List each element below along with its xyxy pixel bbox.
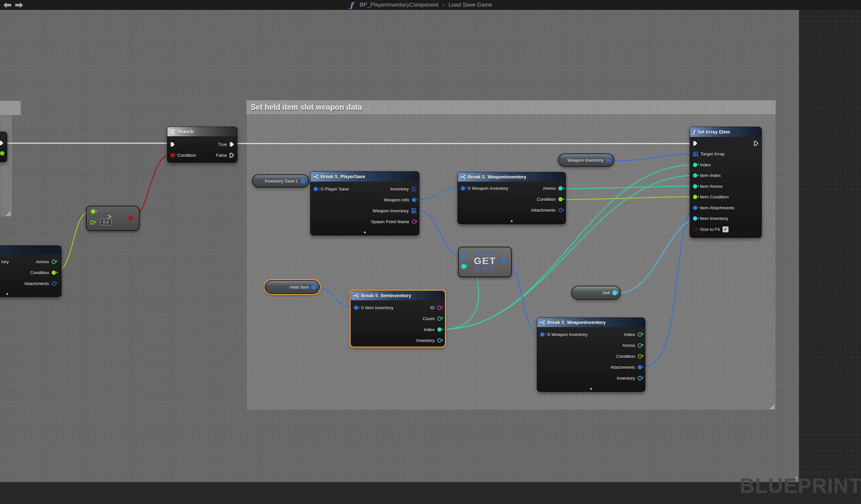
float-b-pin[interactable] xyxy=(90,220,95,224)
comment-header[interactable]: Set held item slot weapon data xyxy=(246,100,776,114)
struct-in-pin[interactable] xyxy=(314,187,318,191)
ammo-pin[interactable] xyxy=(558,186,563,190)
pin-label: S Weapon Inventory xyxy=(547,332,587,337)
size-to-fit-pin[interactable] xyxy=(693,227,697,231)
collapse-arrow-icon[interactable]: ▲ xyxy=(311,230,419,234)
condition-pin[interactable] xyxy=(170,153,175,158)
array-out-pin[interactable] xyxy=(606,158,611,163)
count-pin[interactable] xyxy=(437,316,441,321)
variable-inventory-save[interactable]: Inventory Save L xyxy=(252,174,309,188)
size-to-fit-checkbox[interactable]: ✓ xyxy=(722,226,729,232)
clipped-node-top-left[interactable] xyxy=(0,132,7,162)
array-get-node[interactable]: GET xyxy=(458,247,512,277)
function-icon: ƒ xyxy=(350,1,353,9)
chevron-right-icon: › xyxy=(442,1,445,9)
ammo-pin[interactable] xyxy=(52,260,56,264)
exec-pin[interactable] xyxy=(0,140,4,146)
variable-label: Weapon Inventory xyxy=(567,158,603,163)
pin-label: S Item Inventory xyxy=(361,305,393,310)
break-player-save-node[interactable]: Break S_PlayerSave S Player Save Invento… xyxy=(310,171,420,235)
node-title: Break S_ItemInventory xyxy=(361,293,411,298)
condition-pin[interactable] xyxy=(52,271,56,275)
array-in-pin[interactable] xyxy=(461,254,466,259)
pin-label: Weapon Inventory xyxy=(372,208,409,213)
break-struct-icon xyxy=(461,175,465,179)
break-struct-icon xyxy=(313,174,318,179)
breadcrumb-parent[interactable]: BP_PlayerInventoryComponent xyxy=(359,2,438,8)
index-pin[interactable] xyxy=(437,327,441,332)
index-pin[interactable] xyxy=(638,332,642,337)
struct-in-pin[interactable] xyxy=(540,332,545,337)
struct-out-pin[interactable] xyxy=(311,285,316,290)
greater-than-node[interactable]: > 0.0 xyxy=(86,206,140,231)
exec-in-pin[interactable] xyxy=(170,142,175,147)
variable-label: Self xyxy=(602,290,610,295)
collapse-arrow-icon[interactable]: ▲ xyxy=(537,386,645,391)
float-a-pin[interactable] xyxy=(91,209,95,214)
break-struct-icon xyxy=(540,320,545,325)
inventory-pin[interactable] xyxy=(638,376,642,380)
comment-resize-handle[interactable] xyxy=(769,404,775,410)
item-attachments-pin[interactable] xyxy=(693,206,697,210)
object-out-pin[interactable] xyxy=(612,290,617,295)
set-array-elem-node[interactable]: ƒ Set Array Elem Target Array Index Item… xyxy=(690,127,762,238)
inventory-pin[interactable] xyxy=(437,338,441,343)
condition-pin[interactable] xyxy=(638,354,642,358)
index-pin[interactable] xyxy=(693,163,697,167)
item-index-pin[interactable] xyxy=(693,173,697,178)
variable-weapon-inventory[interactable]: Weapon Inventory xyxy=(558,153,614,167)
breadcrumb-current: Load Save Game xyxy=(449,2,492,8)
break-weapon-inventory-bottom-node[interactable]: Break S_WeaponInventory S Weapon Invento… xyxy=(537,317,645,392)
pin-label: Size to Fit xyxy=(700,227,720,232)
pin-label: Attachments xyxy=(531,208,556,213)
pin-label: True xyxy=(218,142,227,147)
exec-out-pin[interactable] xyxy=(754,141,758,146)
variable-self[interactable]: Self xyxy=(571,286,621,300)
pin-label: Inventory xyxy=(617,376,635,381)
variable-label: Inventory Save L xyxy=(265,179,298,183)
break-weapon-inventory-top-node[interactable]: Break S_WeaponInventory S Weapon Invento… xyxy=(457,172,566,224)
break-weapon-inventory-left-node[interactable]: onInventory tory Ammo Condition Attachme… xyxy=(0,245,62,297)
default-value-input[interactable]: 0.0 xyxy=(100,219,111,225)
float-pin[interactable] xyxy=(0,151,4,155)
bool-out-pin[interactable] xyxy=(128,216,133,220)
forward-arrow-icon[interactable] xyxy=(15,2,23,8)
id-pin[interactable] xyxy=(437,305,441,310)
struct-out-pin[interactable] xyxy=(301,179,306,183)
item-condition-pin[interactable] xyxy=(693,195,697,199)
comment-resize-handle[interactable] xyxy=(5,211,11,217)
attachments-pin[interactable] xyxy=(52,282,56,286)
weapon-inventory-array-pin[interactable] xyxy=(411,208,416,213)
weapon-info-pin[interactable] xyxy=(412,198,416,202)
pin-label: Index xyxy=(624,332,635,337)
pin-label: Condition xyxy=(30,270,49,275)
variable-held-item[interactable]: Held Item xyxy=(264,280,320,294)
element-out-pin[interactable] xyxy=(501,258,506,263)
target-array-pin[interactable] xyxy=(693,152,698,157)
struct-in-pin[interactable] xyxy=(354,305,358,310)
item-ammo-pin[interactable] xyxy=(693,184,697,189)
branch-node[interactable]: Branch True Condition False xyxy=(167,127,237,163)
item-inventory-pin[interactable] xyxy=(693,216,697,221)
condition-pin[interactable] xyxy=(558,197,563,201)
index-in-pin[interactable] xyxy=(461,264,466,269)
pin-label: Item Index xyxy=(700,173,721,178)
exec-in-pin[interactable] xyxy=(693,141,698,146)
inventory-array-pin[interactable] xyxy=(411,187,416,191)
exec-true-pin[interactable] xyxy=(230,142,234,147)
back-arrow-icon[interactable] xyxy=(3,2,11,8)
spawn-point-name-pin[interactable] xyxy=(412,220,416,224)
exec-false-pin[interactable] xyxy=(230,153,234,158)
collapse-arrow-icon[interactable]: ▲ xyxy=(458,218,565,223)
ammo-pin[interactable] xyxy=(638,343,642,348)
pin-label: tory xyxy=(1,259,9,264)
collapse-arrow-icon[interactable]: ▲ xyxy=(0,291,61,296)
attachments-pin[interactable] xyxy=(638,365,642,369)
graph-canvas[interactable]: Set held item slot weapon data BLUEPRINT xyxy=(0,0,861,504)
left-comment-header[interactable] xyxy=(0,101,21,115)
attachments-pin[interactable] xyxy=(558,208,563,212)
graph-title-bar: ƒ BP_PlayerInventoryComponent › Load Sav… xyxy=(0,0,861,10)
break-item-inventory-node[interactable]: Break S_ItemInventory S Item Inventory I… xyxy=(351,291,445,346)
struct-in-pin[interactable] xyxy=(461,186,465,190)
comment-title: Set held item slot weapon data xyxy=(251,103,362,112)
